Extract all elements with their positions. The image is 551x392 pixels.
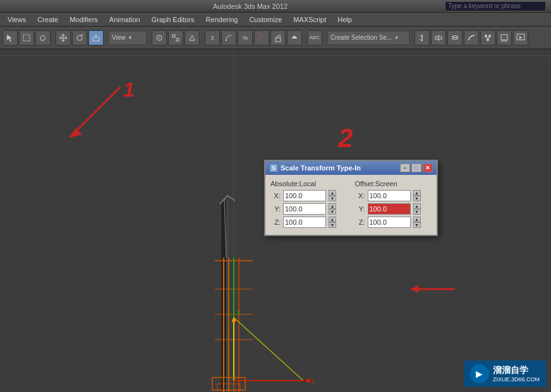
schematic-btn[interactable]: [480, 30, 495, 45]
svg-rect-9: [276, 38, 281, 42]
svg-rect-6: [176, 39, 179, 41]
menu-animation[interactable]: Animation: [104, 15, 145, 25]
menu-modifiers[interactable]: Modifiers: [64, 15, 103, 25]
lock-btn[interactable]: [270, 30, 286, 45]
abs-z-up[interactable]: ▲: [329, 217, 336, 222]
select-tool-btn[interactable]: [3, 30, 18, 45]
abs-z-input[interactable]: 100.0: [283, 217, 326, 228]
svg-line-15: [486, 37, 488, 39]
scale-transform-dialog: S Scale Transform Type-In − □ ✕ Absolute…: [264, 160, 438, 236]
lasso-select-btn[interactable]: [35, 30, 51, 45]
angle-btn[interactable]: [221, 30, 236, 45]
render-setup-btn[interactable]: [497, 30, 512, 45]
off-y-row: Y: 100.0 ▲ ▼: [355, 203, 432, 215]
svg-point-41: [306, 379, 310, 383]
svg-text:y: y: [237, 308, 241, 316]
menu-graph-editors[interactable]: Graph Editors: [147, 15, 200, 25]
snap3d-btn[interactable]: [185, 30, 200, 45]
align-btn[interactable]: [431, 30, 446, 45]
menu-maxscript[interactable]: MAXScript: [288, 15, 331, 25]
svg-point-13: [488, 35, 491, 37]
off-y-input[interactable]: 100.0: [368, 203, 411, 215]
menu-create[interactable]: Create: [32, 15, 63, 25]
dialog-icon: S: [269, 163, 278, 172]
rect-select-btn[interactable]: [19, 30, 34, 45]
app-title: Autodesk 3ds Max 2012: [56, 3, 445, 10]
absolute-local-section: Absolute:Local X: 100.0 ▲ ▼ Y: 100.0 ▲: [270, 180, 348, 230]
abs-y-up[interactable]: ▲: [329, 203, 336, 209]
abs-x-spinner[interactable]: ▲ ▼: [329, 190, 336, 201]
off-y-down[interactable]: ▼: [413, 209, 421, 215]
layer-btn[interactable]: [447, 30, 463, 45]
off-x-spinner[interactable]: ▲ ▼: [413, 190, 421, 201]
watermark-name: 溜溜自学: [493, 365, 540, 376]
dialog-body: Absolute:Local X: 100.0 ▲ ▼ Y: 100.0 ▲: [265, 175, 437, 235]
view-dropdown[interactable]: View: [109, 31, 147, 45]
abs-z-label: Z:: [270, 218, 281, 226]
watermark-text: 溜溜自学 ZIXUE.3D66.COM: [493, 365, 540, 383]
pin-btn[interactable]: [287, 30, 302, 45]
percent2-btn[interactable]: %: [238, 30, 253, 45]
off-x-up[interactable]: ▲: [413, 190, 421, 196]
abs-x-input[interactable]: 100.0: [283, 190, 326, 201]
abs-y-down[interactable]: ▼: [329, 209, 336, 215]
off-z-input[interactable]: 100.0: [368, 217, 411, 228]
abs-x-row: X: 100.0 ▲ ▼: [270, 190, 348, 201]
menu-bar: Views Create Modifiers Animation Graph E…: [0, 13, 551, 27]
abs-z-down[interactable]: ▼: [329, 222, 336, 228]
dialog-restore-btn[interactable]: □: [411, 163, 421, 172]
svg-rect-17: [501, 35, 507, 40]
abs-x-label: X:: [270, 192, 281, 199]
dialog-title-bar[interactable]: S Scale Transform Type-In − □ ✕: [265, 161, 437, 175]
watermark: ▶ 溜溜自学 ZIXUE.3D66.COM: [464, 360, 546, 387]
watermark-url: ZIXUE.3D66.COM: [493, 376, 540, 383]
menu-rendering[interactable]: Rendering: [201, 15, 243, 25]
rotate-btn[interactable]: [72, 30, 87, 45]
off-z-label: Z:: [355, 218, 365, 226]
menu-customize[interactable]: Customize: [244, 15, 287, 25]
selection-set-dropdown[interactable]: Create Selection Se...: [327, 31, 409, 45]
menu-help[interactable]: Help: [332, 15, 357, 25]
abs-y-spinner[interactable]: ▲ ▼: [329, 203, 336, 215]
render-btn[interactable]: [513, 30, 528, 45]
svg-rect-5: [173, 35, 175, 37]
watermark-logo: ▶: [470, 364, 489, 383]
move-btn[interactable]: [56, 30, 71, 45]
snap2d-btn[interactable]: [168, 30, 183, 45]
off-z-row: Z: 100.0 ▲ ▼: [355, 217, 432, 228]
off-x-row: X: 100.0 ▲ ▼: [355, 190, 432, 201]
percent-btn[interactable]: 3: [205, 30, 220, 45]
abs-x-up[interactable]: ▲: [329, 190, 336, 196]
off-y-up[interactable]: ▲: [413, 203, 421, 209]
curve-editor-btn[interactable]: [464, 30, 479, 45]
abs-y-row: Y: 100.0 ▲ ▼: [270, 203, 348, 215]
search-input[interactable]: [445, 1, 546, 11]
menu-views[interactable]: Views: [3, 15, 31, 25]
off-y-spinner[interactable]: ▲ ▼: [413, 203, 421, 215]
off-z-spinner[interactable]: ▲ ▼: [413, 217, 421, 228]
offset-screen-label: Offset:Screen: [355, 180, 432, 187]
abs-y-input[interactable]: 100.0: [283, 203, 326, 215]
dialog-title-text: Scale Transform Type-In: [281, 164, 361, 172]
off-x-input[interactable]: 100.0: [368, 190, 411, 201]
dialog-minimize-btn[interactable]: −: [400, 163, 410, 172]
abc-btn[interactable]: ABC: [307, 30, 322, 45]
svg-point-40: [232, 319, 236, 323]
snap-btn[interactable]: [152, 30, 167, 45]
svg-rect-2: [93, 37, 99, 41]
off-y-label: Y:: [355, 205, 365, 213]
viewport[interactable]: y x 1 2 S Scale Transform Type-In − □: [0, 49, 551, 392]
svg-point-14: [487, 39, 489, 41]
angle2-btn[interactable]: [254, 30, 269, 45]
scale-btn[interactable]: [88, 30, 104, 45]
absolute-local-label: Absolute:Local: [270, 180, 348, 187]
off-x-down[interactable]: ▼: [413, 196, 421, 201]
off-z-down[interactable]: ▼: [413, 222, 421, 228]
abs-x-down[interactable]: ▼: [329, 196, 336, 201]
mirror-btn[interactable]: [415, 30, 430, 45]
svg-text:x: x: [312, 377, 315, 384]
svg-rect-0: [23, 35, 30, 41]
off-z-up[interactable]: ▲: [413, 217, 421, 222]
abs-z-spinner[interactable]: ▲ ▼: [329, 217, 336, 228]
dialog-close-btn[interactable]: ✕: [423, 163, 433, 172]
